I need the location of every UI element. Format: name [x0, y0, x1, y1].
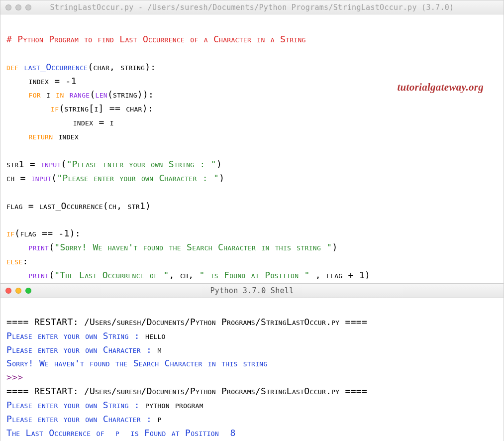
string-literal: "The Last Occurrence of " — [54, 270, 169, 280]
prompt-text: Please enter your own Character : — [6, 414, 157, 424]
prompt-text: Please enter your own String : — [6, 331, 145, 341]
code-text: (string[i] == char): — [59, 103, 153, 113]
call-len: len — [96, 89, 107, 100]
prompt-text: Please enter your own String : — [6, 400, 145, 410]
code-text: str1 = — [6, 159, 41, 169]
shell-titlebar: Python 3.7.0 Shell — [0, 284, 504, 298]
call-input: input — [41, 159, 61, 169]
code-text: , flag + 1) — [310, 270, 371, 280]
code-text: (string)): — [107, 89, 154, 100]
code-text: , ch, — [169, 270, 200, 280]
restart-line: ==== RESTART: /Users/suresh/Documents/Py… — [6, 386, 367, 396]
shell-title: Python 3.7.0 Shell — [4, 286, 500, 295]
keyword-if: if — [6, 228, 14, 238]
code-text: index — [53, 131, 79, 141]
keyword-else: else — [6, 256, 23, 266]
user-input: hello — [145, 331, 166, 341]
keyword-in: in — [56, 89, 64, 100]
user-input: m — [157, 344, 161, 355]
code-text: index = -1 — [6, 76, 77, 86]
code-text: index = i — [6, 117, 114, 127]
string-literal: "Sorry! We haven't found the Search Char… — [54, 242, 332, 252]
shell-output[interactable]: ==== RESTART: /Users/suresh/Documents/Py… — [0, 298, 504, 441]
code-text: i — [41, 89, 56, 100]
call-input: input — [31, 173, 52, 183]
user-input: p — [157, 414, 161, 424]
shell-traffic-lights — [5, 288, 31, 294]
shell-window: Python 3.7.0 Shell ==== RESTART: /Users/… — [0, 284, 504, 441]
prompt-text: Please enter your own Character : — [6, 344, 157, 355]
string-literal: " is Found at Position " — [199, 270, 309, 280]
code-text: (flag == -1): — [14, 228, 81, 238]
string-literal: "Please enter your own Character : " — [57, 173, 219, 183]
editor-traffic-lights — [5, 4, 31, 10]
call-print: print — [29, 270, 49, 280]
call-print: print — [29, 242, 49, 252]
editor-window: StringLastOccur.py - /Users/suresh/Docum… — [0, 0, 504, 284]
shell-prompt: >>> — [6, 372, 29, 382]
function-name: last_Occurrence — [24, 62, 88, 72]
editor-titlebar: StringLastOccur.py - /Users/suresh/Docum… — [0, 0, 504, 14]
keyword-return: return — [29, 131, 53, 141]
code-text: ch = — [6, 173, 31, 183]
minimize-icon[interactable] — [15, 288, 21, 294]
restart-line: ==== RESTART: /Users/suresh/Documents/Py… — [6, 317, 367, 327]
code-text: (char, string): — [88, 62, 156, 72]
call-range: range — [70, 89, 90, 100]
output-line: Sorry! We haven't found the Search Chara… — [6, 358, 273, 368]
user-input: python program — [145, 400, 203, 410]
maximize-icon[interactable] — [25, 288, 31, 294]
keyword-def: def — [6, 62, 18, 72]
keyword-for: for — [29, 89, 41, 100]
string-literal: "Please enter your own String : " — [67, 159, 216, 169]
keyword-if: if — [51, 103, 59, 113]
close-icon[interactable] — [5, 4, 11, 10]
code-text: flag = last_Occurrence(ch, str1) — [6, 201, 151, 211]
watermark: tutorialgateway.org — [397, 79, 484, 96]
minimize-icon[interactable] — [15, 4, 21, 10]
output-line: The Last Occurrence of p is Found at Pos… — [6, 428, 236, 438]
code-comment: # Python Program to find Last Occurrence… — [6, 34, 306, 44]
code-editor[interactable]: # Python Program to find Last Occurrence… — [0, 14, 504, 283]
editor-title: StringLastOccur.py - /Users/suresh/Docum… — [4, 3, 500, 12]
maximize-icon[interactable] — [25, 4, 31, 10]
close-icon[interactable] — [5, 288, 11, 294]
